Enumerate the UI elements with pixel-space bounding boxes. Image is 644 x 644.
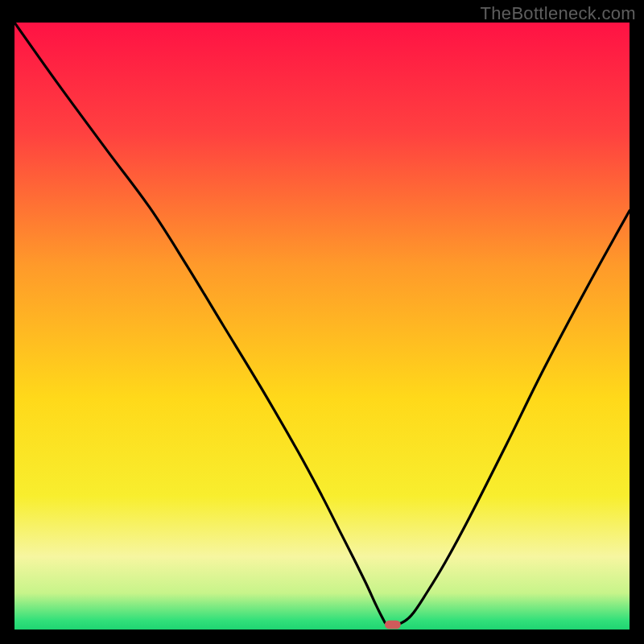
chart-svg [14,23,630,630]
minimum-marker [385,621,401,630]
watermark-text: TheBottleneck.com [481,3,636,24]
chart-container: TheBottleneck.com [0,0,644,644]
chart-background [14,23,630,630]
plot-area [14,23,630,630]
